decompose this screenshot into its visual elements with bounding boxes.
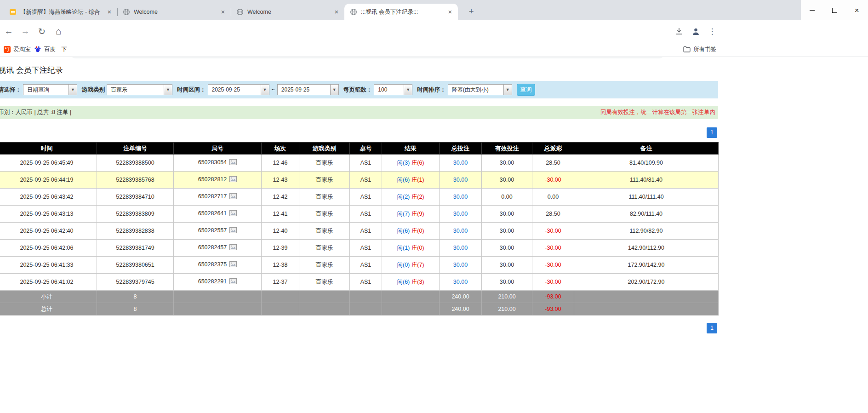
cell-round: 650282457 xyxy=(174,240,262,257)
cell-table: AS1 xyxy=(350,274,382,291)
chevron-down-icon[interactable]: ▼ xyxy=(503,85,512,95)
table-row: 2025-09-25 06:44:19 522839385768 6502828… xyxy=(0,172,719,189)
round-detail-icon[interactable] xyxy=(229,244,237,252)
round-number: 650282812 xyxy=(198,176,227,183)
cell-remark: 81.40/109.90 xyxy=(574,155,719,172)
round-detail-icon[interactable] xyxy=(229,278,237,286)
sort-dropdown[interactable]: 降幂(由大到小) ▼ xyxy=(448,84,512,95)
table-row: 2025-09-25 06:43:13 522839383809 6502826… xyxy=(0,206,719,223)
new-tab-button[interactable]: + xyxy=(465,6,477,18)
cell-bet-id: 522839382838 xyxy=(97,223,174,240)
maximize-button[interactable] xyxy=(823,0,846,20)
forward-button[interactable]: → xyxy=(18,24,32,38)
cell-session: 12-42 xyxy=(262,189,299,206)
home-button[interactable]: ⌂ xyxy=(51,24,65,38)
cell-round: 650283054 xyxy=(174,155,262,172)
round-detail-icon[interactable] xyxy=(229,261,237,269)
cell-time: 2025-09-25 06:43:42 xyxy=(0,189,97,206)
cell-round: 650282641 xyxy=(174,206,262,223)
total-bet-link[interactable]: 30.00 xyxy=(453,228,468,234)
total-bet-link[interactable]: 30.00 xyxy=(453,245,468,251)
subtotal-row: 小计 8 240.00 210.00 -93.00 xyxy=(0,291,719,303)
close-button[interactable]: × xyxy=(845,0,868,20)
tab-welcome-2[interactable]: Welcome × xyxy=(231,4,344,20)
total-bet-link[interactable]: 30.00 xyxy=(453,279,468,285)
query-type-dropdown[interactable]: 日期查询 ▼ xyxy=(23,84,77,95)
baidu-icon xyxy=(34,46,41,53)
page-title: 视讯 会员下注纪录 xyxy=(0,65,718,75)
cell-game: 百家乐 xyxy=(299,189,350,206)
cell-table: AS1 xyxy=(350,240,382,257)
cell-valid-bet: 30.00 xyxy=(482,155,532,172)
cell-table: AS1 xyxy=(350,172,382,189)
subtotal-valid-bet: 210.00 xyxy=(482,291,532,303)
total-bet-link[interactable]: 30.00 xyxy=(453,177,468,183)
round-detail-icon[interactable] xyxy=(229,193,237,201)
chevron-down-icon[interactable]: ▼ xyxy=(69,85,77,95)
page-size-dropdown[interactable]: 100 ▼ xyxy=(374,84,412,95)
tab-close-icon[interactable]: × xyxy=(219,8,227,16)
total-payout: -93.00 xyxy=(532,303,574,315)
bookmark-label: 百度一下 xyxy=(44,46,67,53)
chevron-down-icon[interactable]: ▼ xyxy=(404,85,412,95)
minimize-button[interactable] xyxy=(801,0,823,20)
tab-forum[interactable]: 【新提醒】海燕策略论坛 - 综合 × xyxy=(4,4,117,20)
result-banker: 庄(6) xyxy=(411,160,424,166)
date-start-dropdown[interactable]: 2025-09-25 ▼ xyxy=(208,84,269,95)
subtotal-count: 8 xyxy=(97,291,174,303)
date-end-dropdown[interactable]: 2025-09-25 ▼ xyxy=(277,84,339,95)
cell-payout: 28.50 xyxy=(532,206,574,223)
all-bookmarks[interactable]: 所有书签 xyxy=(680,44,719,55)
round-detail-icon[interactable] xyxy=(229,176,237,184)
round-number: 650282375 xyxy=(198,261,227,268)
result-banker: 庄(7) xyxy=(411,262,424,268)
back-button[interactable]: ← xyxy=(2,24,16,38)
chevron-down-icon[interactable]: ▼ xyxy=(330,85,338,95)
cell-session: 12-41 xyxy=(262,206,299,223)
col-session: 场次 xyxy=(262,143,299,155)
cell-remark: 111.40/81.40 xyxy=(574,172,719,189)
cell-game: 百家乐 xyxy=(299,172,350,189)
tab-close-icon[interactable]: × xyxy=(446,8,454,16)
page-1-button[interactable]: 1 xyxy=(707,127,717,138)
cell-valid-bet: 30.00 xyxy=(482,240,532,257)
total-bet-link[interactable]: 30.00 xyxy=(453,194,468,200)
col-valid-bet: 有效投注 xyxy=(482,143,532,155)
downloads-icon[interactable] xyxy=(672,24,686,38)
cell-payout: -30.00 xyxy=(532,240,574,257)
table-row: 2025-09-25 06:41:02 522839379745 6502822… xyxy=(0,274,719,291)
round-detail-icon[interactable] xyxy=(229,159,237,166)
reload-button[interactable]: ↻ xyxy=(35,24,49,38)
tab-welcome-1[interactable]: Welcome × xyxy=(117,4,231,20)
tab-title: 【新提醒】海燕策略论坛 - 综合 xyxy=(20,8,103,16)
chevron-down-icon[interactable]: ▼ xyxy=(164,85,172,95)
cell-valid-bet: 30.00 xyxy=(482,223,532,240)
chevron-down-icon[interactable]: ▼ xyxy=(261,85,269,95)
total-row: 总计 8 240.00 210.00 -93.00 xyxy=(0,303,719,315)
profile-icon[interactable] xyxy=(689,24,702,38)
round-detail-icon[interactable] xyxy=(229,210,237,218)
total-label: 总计 xyxy=(0,303,97,315)
round-detail-icon[interactable] xyxy=(229,227,237,235)
bookmark-taobao[interactable]: 爱淘宝 xyxy=(1,44,34,55)
tab-close-icon[interactable]: × xyxy=(332,8,341,16)
game-type-dropdown[interactable]: 百家乐 ▼ xyxy=(107,84,172,95)
tab-close-icon[interactable]: × xyxy=(105,8,114,16)
round-number: 650282457 xyxy=(198,244,227,251)
cell-valid-bet: 30.00 xyxy=(482,206,532,223)
bookmark-label: 爱淘宝 xyxy=(13,46,31,53)
bookmark-baidu[interactable]: 百度一下 xyxy=(31,44,70,55)
tab-bet-records[interactable]: :::视讯 会员下注纪录::: × xyxy=(344,4,458,20)
result-banker: 庄(2) xyxy=(411,194,424,200)
page-size-label: 每页笔数： xyxy=(343,86,372,94)
page-content: 视讯 会员下注纪录 请选择： 日期查询 ▼ 游戏类别 百家乐 ▼ 时间区间： 2… xyxy=(0,57,718,334)
total-bet-link[interactable]: 30.00 xyxy=(453,211,468,217)
query-button[interactable]: 查询 xyxy=(517,84,535,96)
page-1-button[interactable]: 1 xyxy=(707,323,717,333)
total-bet-link[interactable]: 30.00 xyxy=(453,262,468,268)
game-type-label: 游戏类别 xyxy=(82,86,105,94)
cell-remark: 111.40/111.40 xyxy=(574,189,719,206)
valid-bet-notice: 同局有效投注，统一计算在该局第一张注单内 xyxy=(600,109,715,116)
total-bet-link[interactable]: 30.00 xyxy=(453,160,468,166)
browser-menu-icon[interactable]: ⋮ xyxy=(705,24,719,38)
